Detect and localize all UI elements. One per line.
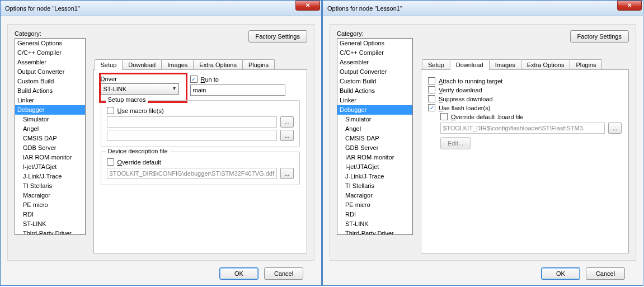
tab-panel-download: Attach to running target Verify download…	[421, 69, 629, 253]
category-item[interactable]: Custom Build	[337, 77, 412, 86]
tab-strip: SetupDownloadImagesExtra OptionsPlugins	[421, 59, 629, 70]
factory-settings-button[interactable]: Factory Settings	[570, 30, 629, 43]
titlebar[interactable]: Options for node "Lesson1" ✕	[1, 1, 321, 16]
override-default-label: Override default	[117, 159, 161, 166]
browse-ddf[interactable]: ...	[280, 168, 294, 179]
category-item[interactable]: Macraigor	[337, 191, 412, 200]
override-board-checkbox[interactable]	[440, 113, 448, 120]
category-item[interactable]: TI Stellaris	[15, 181, 85, 191]
category-item[interactable]: IAR ROM-monitor	[15, 153, 85, 162]
category-item[interactable]: I-jet/JTAGjet	[15, 162, 85, 172]
flash-label: Use flash loader(s)	[439, 105, 490, 111]
cancel-button[interactable]: Cancel	[586, 267, 625, 280]
macro-file-2	[107, 130, 277, 141]
category-item[interactable]: Debugger	[337, 105, 412, 115]
category-item[interactable]: PE micro	[15, 200, 85, 210]
setup-macros-legend: Setup macros	[106, 96, 148, 103]
edit-button[interactable]: Edit...	[440, 137, 471, 149]
category-item[interactable]: Debugger	[15, 105, 85, 115]
browse-macro-1[interactable]: ...	[280, 116, 294, 128]
tab-download[interactable]: Download	[122, 59, 162, 70]
category-item[interactable]: Assembler	[337, 58, 412, 67]
category-list[interactable]: General OptionsC/C++ CompilerAssemblerOu…	[337, 38, 413, 235]
runto-input[interactable]: main	[190, 84, 285, 96]
runto-label: Run to	[201, 76, 219, 83]
category-item[interactable]: Simulator	[15, 115, 85, 124]
driver-value: ST-LINK	[104, 86, 127, 92]
category-item[interactable]: Linker	[15, 96, 85, 105]
category-item[interactable]: C/C++ Compiler	[15, 48, 85, 58]
category-item[interactable]: ST-LINK	[337, 219, 412, 229]
close-button[interactable]: ✕	[617, 1, 642, 11]
browse-board[interactable]: ...	[608, 123, 622, 134]
flash-checkbox[interactable]	[428, 104, 435, 111]
browse-macro-2[interactable]: ...	[280, 130, 294, 141]
tab-extra-options[interactable]: Extra Options	[521, 59, 571, 70]
category-item[interactable]: GDB Server	[15, 143, 85, 153]
category-item[interactable]: Third-Party Driver	[337, 229, 412, 235]
category-item[interactable]: ST-LINK	[15, 219, 85, 229]
tab-plugins[interactable]: Plugins	[242, 59, 275, 70]
ok-button[interactable]: OK	[541, 267, 580, 280]
tab-images[interactable]: Images	[489, 59, 521, 70]
category-item[interactable]: I-jet/JTAGjet	[337, 162, 412, 172]
category-item[interactable]: GDB Server	[337, 143, 412, 153]
tab-download[interactable]: Download	[450, 59, 490, 70]
category-item[interactable]: Output Converter	[15, 67, 85, 77]
category-item[interactable]: Build Actions	[15, 86, 85, 96]
category-item[interactable]: TI Stellaris	[337, 181, 412, 191]
ddf-path: $TOOLKIT_DIR$\CONFIG\debugger\ST\STM32F4…	[107, 168, 277, 179]
tab-strip: SetupDownloadImagesExtra OptionsPlugins	[93, 59, 307, 70]
use-macro-checkbox[interactable]	[107, 107, 114, 114]
category-item[interactable]: Custom Build	[15, 77, 85, 86]
runto-checkbox[interactable]	[190, 76, 198, 83]
tab-images[interactable]: Images	[161, 59, 194, 70]
category-item[interactable]: General Options	[337, 39, 412, 48]
verify-checkbox[interactable]	[428, 86, 435, 93]
override-default-checkbox[interactable]	[107, 158, 114, 166]
category-item[interactable]: CMSIS DAP	[15, 134, 85, 143]
category-item[interactable]: IAR ROM-monitor	[337, 153, 412, 162]
category-label: Category:	[15, 30, 86, 37]
attach-checkbox[interactable]	[428, 77, 435, 84]
category-item[interactable]: J-Link/J-Trace	[337, 172, 412, 181]
category-item[interactable]: PE micro	[337, 200, 412, 210]
window-title: Options for node "Lesson1"	[5, 5, 80, 12]
category-item[interactable]: CMSIS DAP	[337, 134, 412, 143]
device-desc-legend: Device description file	[106, 148, 170, 154]
window-title: Options for node "Lesson1"	[327, 5, 402, 12]
tab-extra-options[interactable]: Extra Options	[193, 59, 243, 70]
ok-button[interactable]: OK	[219, 267, 258, 280]
cancel-button[interactable]: Cancel	[264, 267, 303, 280]
options-dialog-left: Options for node "Lesson1" ✕ Category: G…	[0, 0, 322, 286]
category-item[interactable]: Output Converter	[337, 67, 412, 77]
titlebar[interactable]: Options for node "Lesson1" ✕	[323, 1, 643, 16]
category-item[interactable]: Angel	[15, 124, 85, 134]
attach-label: Attach to running target	[439, 78, 502, 84]
category-item[interactable]: Linker	[337, 96, 412, 105]
category-label: Category:	[337, 30, 413, 37]
close-button[interactable]: ✕	[295, 1, 320, 11]
category-item[interactable]: Assembler	[15, 58, 85, 67]
tab-plugins[interactable]: Plugins	[570, 59, 602, 70]
driver-label: Driver	[101, 76, 185, 82]
category-item[interactable]: RDI	[337, 210, 412, 219]
factory-settings-button[interactable]: Factory Settings	[248, 30, 307, 43]
tab-setup[interactable]: Setup	[95, 59, 123, 70]
category-item[interactable]: J-Link/J-Trace	[15, 172, 85, 181]
suppress-checkbox[interactable]	[428, 95, 435, 102]
category-list[interactable]: General OptionsC/C++ CompilerAssemblerOu…	[15, 38, 86, 235]
category-item[interactable]: Third-Party Driver	[15, 229, 85, 235]
override-board-label: Override default .board file	[451, 114, 524, 120]
category-item[interactable]: Angel	[337, 124, 412, 134]
category-item[interactable]: Simulator	[337, 115, 412, 124]
tab-panel-setup: Driver ST-LINK Run to main	[93, 69, 307, 253]
category-item[interactable]: RDI	[15, 210, 85, 219]
category-item[interactable]: Macraigor	[15, 191, 85, 200]
tab-setup[interactable]: Setup	[422, 59, 450, 70]
category-item[interactable]: General Options	[15, 39, 85, 48]
driver-select[interactable]: ST-LINK	[101, 83, 179, 95]
category-item[interactable]: Build Actions	[337, 86, 412, 96]
use-macro-label: Use macro file(s)	[117, 107, 164, 114]
category-item[interactable]: C/C++ Compiler	[337, 48, 412, 58]
